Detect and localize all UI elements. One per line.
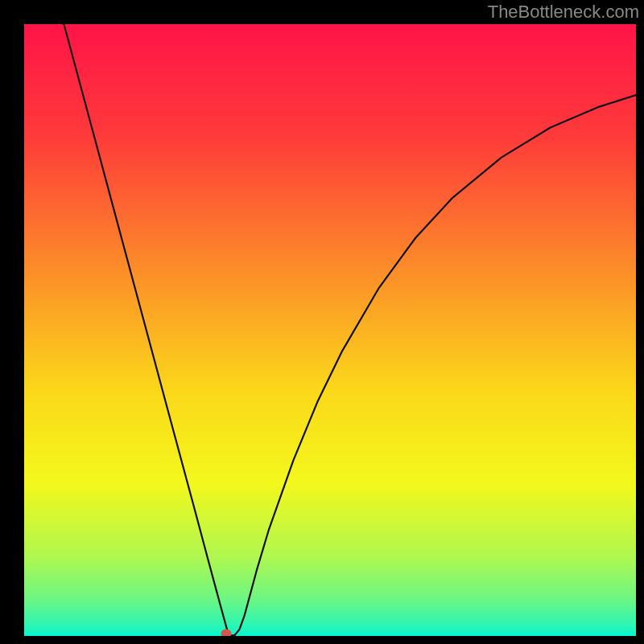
watermark-text: TheBottleneck.com [488, 2, 639, 23]
chart-container: TheBottleneck.com [0, 0, 644, 644]
plot-area [24, 24, 636, 636]
optimum-marker-icon [221, 630, 231, 637]
bottleneck-curve [24, 24, 636, 636]
